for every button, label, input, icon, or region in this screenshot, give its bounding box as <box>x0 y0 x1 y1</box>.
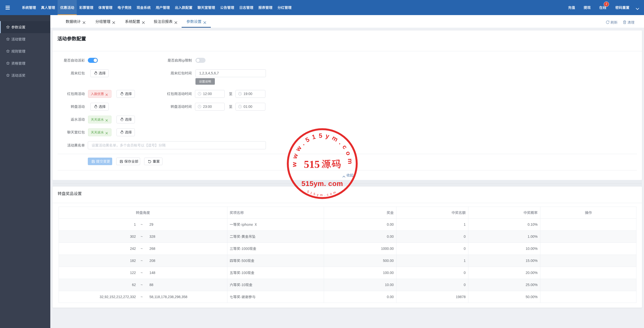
svg-text:515: 515 <box>304 159 320 170</box>
svg-text:515ym. com: 515ym. com <box>301 180 343 188</box>
